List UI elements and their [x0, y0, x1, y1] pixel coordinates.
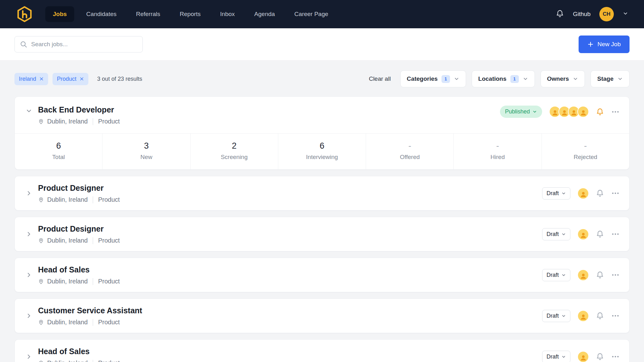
nav-item-jobs[interactable]: Jobs: [45, 6, 74, 22]
status-dropdown-draft[interactable]: Draft: [542, 187, 570, 200]
subscribe-bell-icon[interactable]: [596, 271, 604, 279]
remove-filter-icon[interactable]: [39, 77, 44, 81]
job-meta: Dublin, Ireland Product: [38, 237, 120, 244]
job-card-actions: Draft: [542, 269, 620, 281]
job-card-actions: Published: [500, 106, 620, 118]
nav-item-career-page[interactable]: Career Page: [287, 6, 336, 22]
subscribe-bell-icon[interactable]: [596, 108, 604, 116]
job-location: Dublin, Ireland: [47, 196, 88, 203]
location-pin-icon: [38, 197, 44, 203]
job-location: Dublin, Ireland: [47, 319, 88, 326]
org-name[interactable]: Github: [573, 11, 591, 18]
divider: [93, 319, 93, 326]
job-location: Dublin, Ireland: [47, 278, 88, 285]
more-actions-icon[interactable]: [611, 271, 620, 279]
locations-dropdown[interactable]: Locations 1: [472, 70, 535, 87]
stat-label: Screening: [191, 154, 278, 161]
search-input[interactable]: [31, 41, 137, 48]
subscribe-bell-icon[interactable]: [596, 189, 604, 197]
job-category: Product: [98, 278, 120, 285]
nav-item-referrals[interactable]: Referrals: [128, 6, 168, 22]
app-logo-icon[interactable]: [16, 5, 33, 23]
expand-chevron-right-icon[interactable]: [24, 229, 34, 239]
nav-item-agenda[interactable]: Agenda: [247, 6, 283, 22]
nav-item-reports[interactable]: Reports: [172, 6, 208, 22]
stat-label: Interviewing: [278, 154, 366, 161]
status-dropdown-published[interactable]: Published: [500, 106, 542, 118]
expand-chevron-right-icon[interactable]: [24, 189, 34, 198]
subscribe-bell-icon[interactable]: [596, 230, 604, 238]
top-navbar: Jobs Candidates Referrals Reports Inbox …: [0, 0, 644, 28]
divider: [93, 118, 93, 125]
remove-filter-icon[interactable]: [80, 77, 84, 81]
job-title: Product Designer: [38, 183, 120, 193]
job-card-actions: Draft: [542, 228, 620, 240]
job-info: Product Designer Dublin, Ireland Product: [38, 183, 120, 203]
job-card-header[interactable]: Customer Service Assistant Dublin, Irela…: [15, 299, 629, 333]
nav-item-inbox[interactable]: Inbox: [213, 6, 242, 22]
job-info: Head of Sales Dublin, Ireland Product: [38, 347, 120, 362]
expand-chevron-right-icon[interactable]: [24, 352, 34, 361]
status-label: Draft: [547, 313, 559, 319]
categories-dropdown-label: Categories: [407, 75, 438, 82]
categories-dropdown[interactable]: Categories 1: [400, 70, 466, 87]
job-location: Dublin, Ireland: [47, 118, 88, 125]
stat-total: 6 Total: [15, 134, 103, 169]
job-category: Product: [98, 359, 120, 362]
status-dropdown-draft[interactable]: Draft: [542, 269, 570, 281]
owner-avatar: [577, 188, 589, 199]
stat-interviewing: 6 Interviewing: [278, 134, 366, 169]
status-dropdown-draft[interactable]: Draft: [542, 310, 570, 322]
job-card: Head of Sales Dublin, Ireland Product Dr…: [14, 339, 630, 362]
job-card: Product Designer Dublin, Ireland Product…: [14, 217, 630, 251]
owners-dropdown[interactable]: Owners: [541, 70, 585, 87]
expand-chevron-right-icon[interactable]: [24, 311, 34, 321]
subscribe-bell-icon[interactable]: [596, 312, 604, 320]
more-actions-icon[interactable]: [611, 352, 620, 361]
clear-all-button[interactable]: Clear all: [369, 75, 391, 82]
chevron-down-icon: [532, 109, 537, 114]
chevron-down-icon: [561, 273, 566, 277]
job-info: Product Designer Dublin, Ireland Product: [38, 224, 120, 244]
filter-chip-product[interactable]: Product: [53, 73, 88, 85]
job-title: Head of Sales: [38, 347, 120, 356]
subscribe-bell-icon[interactable]: [596, 353, 604, 361]
more-actions-icon[interactable]: [611, 107, 620, 116]
stage-dropdown[interactable]: Stage: [591, 70, 630, 87]
more-actions-icon[interactable]: [611, 189, 620, 198]
job-card: Back End Developer Dublin, Ireland Produ…: [14, 96, 630, 170]
status-dropdown-draft[interactable]: Draft: [542, 351, 570, 362]
divider: [93, 237, 93, 244]
job-title: Head of Sales: [38, 265, 120, 274]
filter-chip-ireland[interactable]: Ireland: [14, 73, 48, 85]
locations-count-badge: 1: [510, 75, 519, 83]
collapse-chevron-down-icon[interactable]: [24, 106, 34, 116]
notifications-bell-icon[interactable]: [556, 9, 564, 19]
job-title: Product Designer: [38, 224, 120, 233]
job-card: Product Designer Dublin, Ireland Product…: [14, 176, 630, 211]
jobs-toolbar: New Job: [0, 28, 644, 61]
more-actions-icon[interactable]: [611, 230, 620, 239]
job-card-header[interactable]: Head of Sales Dublin, Ireland Product Dr…: [15, 258, 629, 292]
chevron-down-icon: [573, 76, 578, 82]
job-card-header[interactable]: Head of Sales Dublin, Ireland Product Dr…: [15, 340, 629, 362]
job-card-header[interactable]: Back End Developer Dublin, Ireland Produ…: [15, 97, 629, 133]
job-card: Customer Service Assistant Dublin, Irela…: [14, 299, 630, 333]
nav-item-candidates[interactable]: Candidates: [79, 6, 124, 22]
status-dropdown-draft[interactable]: Draft: [542, 228, 570, 240]
account-chevron-down-icon[interactable]: [623, 11, 628, 18]
job-card-header[interactable]: Product Designer Dublin, Ireland Product…: [15, 217, 629, 251]
stat-label: Total: [15, 154, 102, 161]
job-card-header[interactable]: Product Designer Dublin, Ireland Product…: [15, 176, 629, 210]
categories-count-badge: 1: [441, 75, 450, 83]
locations-dropdown-label: Locations: [478, 75, 507, 82]
job-category: Product: [98, 319, 120, 326]
expand-chevron-right-icon[interactable]: [24, 270, 34, 280]
more-actions-icon[interactable]: [611, 311, 620, 320]
owner-avatar: [577, 310, 589, 322]
job-card-actions: Draft: [542, 351, 620, 362]
user-avatar[interactable]: CH: [599, 7, 614, 21]
new-job-button[interactable]: New Job: [579, 36, 630, 53]
owner-avatars: [577, 351, 589, 362]
status-label: Draft: [547, 231, 559, 238]
